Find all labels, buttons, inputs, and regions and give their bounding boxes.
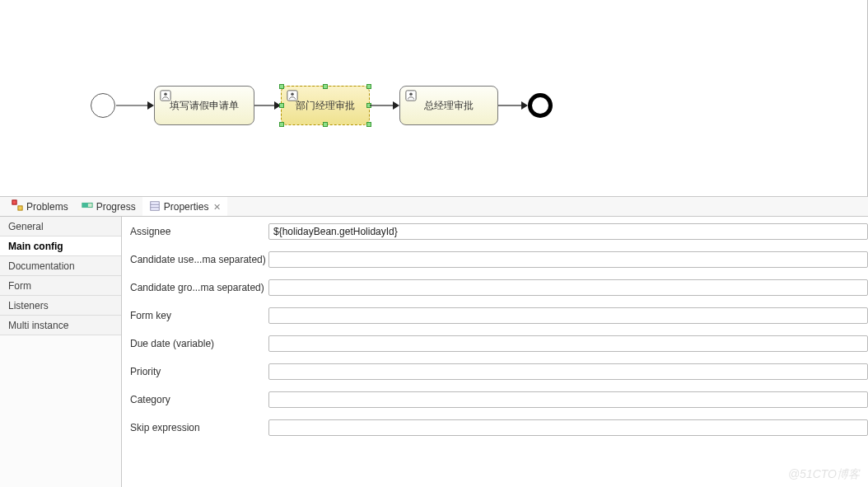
svg-point-3 <box>164 93 167 96</box>
task-label: 部门经理审批 <box>296 99 355 113</box>
user-task-icon <box>287 90 298 101</box>
tab-progress[interactable]: Progress <box>75 197 142 216</box>
flow-arrow <box>498 100 528 115</box>
properties-sidebar: General Main config Documentation Form L… <box>0 217 122 487</box>
candidate-groups-label: Candidate gro...ma separated) <box>130 282 268 293</box>
problems-icon <box>12 199 23 213</box>
due-date-field[interactable] <box>268 335 868 352</box>
sidebar-item-form[interactable]: Form <box>0 276 121 296</box>
svg-point-11 <box>409 93 413 96</box>
sidebar-item-listeners[interactable]: Listeners <box>0 296 121 316</box>
tab-label: Properties <box>164 201 209 213</box>
tab-properties[interactable]: Properties ✕ <box>142 197 228 216</box>
assignee-field[interactable] <box>268 223 868 240</box>
svg-marker-1 <box>147 101 154 110</box>
bpmn-end-event[interactable] <box>528 93 553 118</box>
priority-field[interactable] <box>268 363 868 380</box>
svg-rect-18 <box>150 201 159 210</box>
sidebar-item-main-config[interactable]: Main config <box>0 236 121 256</box>
task-label: 填写请假申请单 <box>170 99 239 113</box>
due-date-label: Due date (variable) <box>130 338 268 349</box>
candidate-groups-field[interactable] <box>268 279 868 296</box>
svg-point-7 <box>291 93 294 96</box>
svg-rect-15 <box>18 206 22 210</box>
sidebar-item-multi[interactable]: Multi instance <box>0 316 121 335</box>
priority-label: Priority <box>130 366 268 377</box>
close-icon[interactable]: ✕ <box>213 202 221 213</box>
progress-icon <box>82 199 93 213</box>
properties-icon <box>149 200 161 214</box>
sidebar-item-general[interactable]: General <box>0 217 121 236</box>
skip-expression-field[interactable] <box>268 419 868 436</box>
assignee-label: Assignee <box>130 226 268 237</box>
bpmn-task-fill-request[interactable]: 填写请假申请单 <box>154 86 254 125</box>
flow-arrow <box>116 100 154 115</box>
candidate-users-field[interactable] <box>268 251 868 268</box>
properties-panel: General Main config Documentation Form L… <box>0 217 868 487</box>
svg-rect-17 <box>82 203 88 207</box>
svg-marker-9 <box>393 101 399 110</box>
form-key-field[interactable] <box>268 307 868 324</box>
bpmn-canvas[interactable]: 填写请假申请单 部门经理审批 <box>0 0 868 196</box>
svg-marker-13 <box>521 101 528 110</box>
category-field[interactable] <box>268 391 868 408</box>
bpmn-task-gm-approve[interactable]: 总经理审批 <box>399 86 498 125</box>
candidate-users-label: Candidate use...ma separated) <box>130 254 268 265</box>
bpmn-task-dept-approve[interactable]: 部门经理审批 <box>281 86 370 125</box>
skip-expression-label: Skip expression <box>130 422 268 433</box>
tab-label: Progress <box>96 201 136 213</box>
main-config-form: Assignee Candidate use...ma separated) C… <box>122 217 868 487</box>
tab-problems[interactable]: Problems <box>5 197 75 216</box>
form-key-label: Form key <box>130 310 268 321</box>
tab-label: Problems <box>26 201 68 213</box>
flow-arrow <box>254 100 281 115</box>
watermark: @51CTO博客 <box>788 467 860 482</box>
views-tabstrip: Problems Progress Properties ✕ <box>0 196 868 217</box>
user-task-icon <box>160 90 171 101</box>
svg-rect-14 <box>12 200 16 204</box>
category-label: Category <box>130 394 268 405</box>
flow-arrow <box>370 100 399 115</box>
bpmn-start-event[interactable] <box>91 93 115 118</box>
sidebar-item-documentation[interactable]: Documentation <box>0 256 121 276</box>
user-task-icon <box>405 90 417 101</box>
task-label: 总经理审批 <box>424 99 474 113</box>
